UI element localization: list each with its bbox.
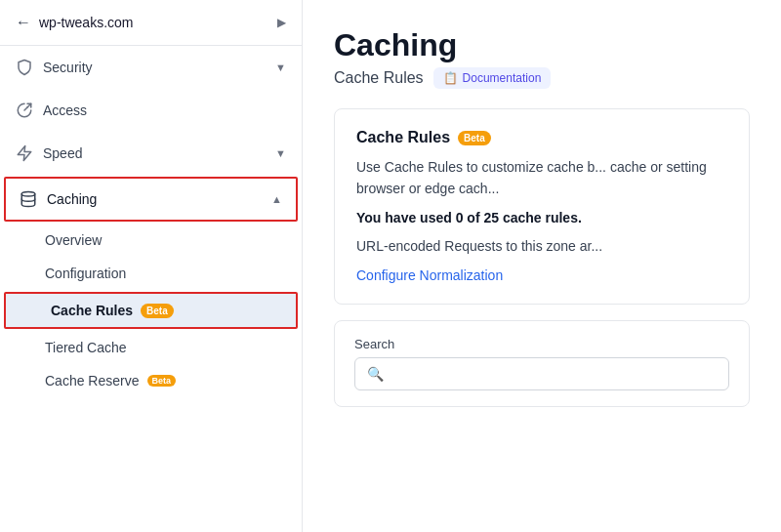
caching-icon (20, 190, 37, 208)
page-subtitle-row: Cache Rules 📋 Documentation (334, 67, 750, 89)
chevron-up-icon: ▲ (271, 193, 282, 205)
search-section: Search 🔍 (334, 320, 750, 407)
svg-point-1 (21, 192, 35, 197)
cache-rules-label: Cache Rules (51, 303, 133, 318)
chevron-down-icon: ▼ (275, 61, 286, 73)
sidebar-item-caching-label: Caching (47, 191, 97, 207)
sidebar-item-caching[interactable]: Caching ▲ (4, 177, 298, 222)
forward-arrow-icon: ▶ (277, 16, 286, 29)
page-subtitle: Cache Rules (334, 69, 424, 87)
access-icon (16, 102, 33, 119)
cache-rules-badge: Beta (141, 304, 174, 318)
sidebar-header[interactable]: ← wp-tweaks.com ▶ (0, 0, 302, 46)
main-content: Caching Cache Rules 📋 Documentation Cach… (303, 0, 781, 532)
shield-icon (16, 59, 33, 76)
doc-icon: 📋 (443, 71, 458, 85)
chevron-down-icon: ▼ (275, 147, 286, 159)
sidebar-item-tiered-cache[interactable]: Tiered Cache (0, 331, 302, 364)
nav-item-left: Caching (20, 190, 97, 208)
configure-normalization-link[interactable]: Configure Normalization (356, 267, 503, 283)
card-title-badge: Beta (458, 131, 491, 145)
card-title-row: Cache Rules Beta (356, 129, 727, 146)
cache-rules-card: Cache Rules Beta Use Cache Rules to cust… (334, 108, 750, 305)
card-title: Cache Rules (356, 129, 450, 146)
card-body-text: Use Cache Rules to customize cache b... … (356, 156, 727, 200)
card-bold-text: You have used 0 of 25 cache rules. (356, 210, 727, 225)
sidebar-item-overview[interactable]: Overview (0, 224, 302, 257)
sidebar: ← wp-tweaks.com ▶ Security ▼ (0, 0, 303, 532)
cache-reserve-label: Cache Reserve (45, 373, 140, 389)
sidebar-item-configuration[interactable]: Configuration (0, 257, 302, 290)
caching-sub-items: Overview Configuration Cache Rules Beta … (0, 224, 302, 397)
sidebar-item-cache-reserve[interactable]: Cache Reserve Beta (0, 364, 302, 397)
speed-icon (16, 144, 33, 162)
domain-label: wp-tweaks.com (39, 15, 133, 30)
back-arrow-icon[interactable]: ← (16, 14, 31, 31)
sidebar-header-left: ← wp-tweaks.com (16, 14, 133, 31)
nav-item-left: Security (16, 59, 93, 76)
sidebar-item-access-label: Access (43, 102, 87, 118)
documentation-button[interactable]: 📋 Documentation (433, 67, 552, 89)
cache-reserve-badge: Beta (147, 375, 177, 387)
search-input[interactable] (391, 366, 717, 382)
sidebar-item-speed[interactable]: Speed ▼ (0, 132, 302, 175)
search-label: Search (354, 337, 729, 351)
doc-button-label: Documentation (463, 71, 542, 85)
page-title: Caching (334, 27, 750, 63)
search-icon: 🔍 (367, 366, 384, 382)
sidebar-item-security-label: Security (43, 60, 93, 75)
svg-marker-0 (18, 146, 31, 161)
nav-item-left: Access (16, 102, 87, 119)
sidebar-item-access[interactable]: Access (0, 89, 302, 132)
nav-item-left: Speed (16, 144, 82, 162)
search-input-wrapper: 🔍 (354, 357, 729, 390)
sidebar-item-cache-rules[interactable]: Cache Rules Beta (4, 292, 298, 329)
sidebar-item-security[interactable]: Security ▼ (0, 46, 302, 89)
sidebar-item-speed-label: Speed (43, 145, 82, 161)
card-info-text: URL-encoded Requests to this zone ar... (356, 235, 727, 257)
